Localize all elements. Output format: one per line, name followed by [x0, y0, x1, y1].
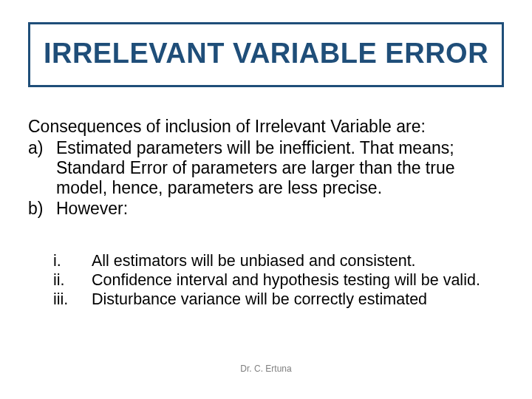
list-item: iii. Disturbance variance will be correc…: [53, 290, 504, 309]
list-text-a: Estimated parameters will be inefficient…: [56, 138, 504, 198]
list-item: ii. Confidence interval and hypothesis t…: [53, 270, 504, 290]
slide: IRRELEVANT VARIABLE ERROR Consequences o…: [0, 0, 532, 399]
sub-list-area: i. All estimators will be unbiased and c…: [53, 251, 504, 310]
list-item: a) Estimated parameters will be ineffici…: [28, 138, 504, 198]
list-marker-a: a): [28, 138, 56, 198]
sub-marker-ii: ii.: [53, 270, 92, 290]
main-list: a) Estimated parameters will be ineffici…: [28, 138, 504, 219]
list-marker-b: b): [28, 199, 56, 219]
sub-text-iii: Disturbance variance will be correctly e…: [92, 290, 504, 309]
footer-author: Dr. C. Ertuna: [0, 364, 532, 374]
slide-title: IRRELEVANT VARIABLE ERROR: [38, 39, 494, 69]
sub-list: i. All estimators will be unbiased and c…: [53, 251, 504, 310]
sub-text-i: All estimators will be unbiased and cons…: [92, 251, 504, 270]
title-box: IRRELEVANT VARIABLE ERROR: [28, 22, 504, 87]
sub-text-ii: Confidence interval and hypothesis testi…: [92, 270, 504, 290]
list-text-b: However:: [56, 199, 504, 219]
body-text: Consequences of inclusion of Irrelevant …: [28, 117, 504, 219]
list-item: i. All estimators will be unbiased and c…: [53, 251, 504, 270]
sub-marker-iii: iii.: [53, 290, 92, 309]
intro-line: Consequences of inclusion of Irrelevant …: [28, 117, 504, 137]
list-item: b) However:: [28, 199, 504, 219]
sub-marker-i: i.: [53, 251, 92, 270]
